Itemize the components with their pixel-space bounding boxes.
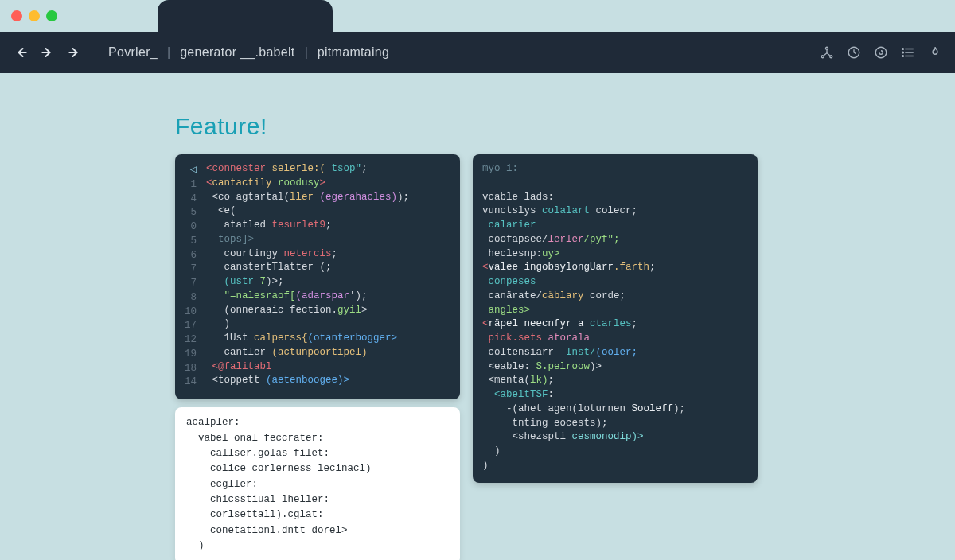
breadcrumb: Povrler_ | generator __.babelt | pitmamt… (108, 45, 389, 60)
back-button[interactable] (13, 45, 29, 60)
breadcrumb-item[interactable]: generator __.babelt (180, 45, 294, 60)
forward-button[interactable] (40, 45, 56, 60)
clock-icon[interactable] (847, 45, 861, 60)
svg-point-13 (902, 49, 904, 50)
forward-icon[interactable] (67, 45, 83, 60)
output-panel: acalpler: vabel onal feccrater: callser.… (175, 407, 460, 560)
line-number-gutter: ◁145056778101712191814 (185, 162, 200, 390)
breadcrumb-separator: | (167, 45, 170, 60)
refresh-icon[interactable] (874, 45, 888, 60)
page-title: Feature! (175, 113, 955, 140)
svg-point-9 (875, 47, 887, 58)
code-editor-left[interactable]: ◁145056778101712191814 <connester selerl… (175, 154, 460, 399)
share-icon[interactable] (820, 45, 834, 60)
minimize-window-button[interactable] (29, 10, 40, 21)
svg-point-7 (830, 56, 832, 58)
close-window-button[interactable] (11, 10, 22, 21)
window-chrome (0, 0, 955, 32)
svg-point-5 (826, 47, 828, 49)
code-lines[interactable]: myo i:vcable lads:vunctslys colalart col… (482, 162, 748, 473)
toolbar: Povrler_ | generator __.babelt | pitmamt… (0, 32, 955, 73)
breadcrumb-separator: | (305, 45, 308, 60)
svg-point-6 (821, 56, 824, 58)
svg-point-15 (902, 56, 904, 57)
code-lines[interactable]: <connester selerle:( tsop";<cantactily r… (206, 162, 409, 390)
list-icon[interactable] (901, 45, 915, 60)
breadcrumb-item[interactable]: pitmamtaing (318, 45, 389, 60)
code-editor-right[interactable]: myo i:vcable lads:vunctslys colalart col… (473, 154, 758, 483)
flame-icon[interactable] (928, 45, 942, 60)
active-tab[interactable] (158, 0, 333, 32)
svg-point-14 (902, 52, 904, 53)
breadcrumb-item[interactable]: Povrler_ (108, 45, 158, 60)
fullscreen-window-button[interactable] (46, 10, 57, 21)
